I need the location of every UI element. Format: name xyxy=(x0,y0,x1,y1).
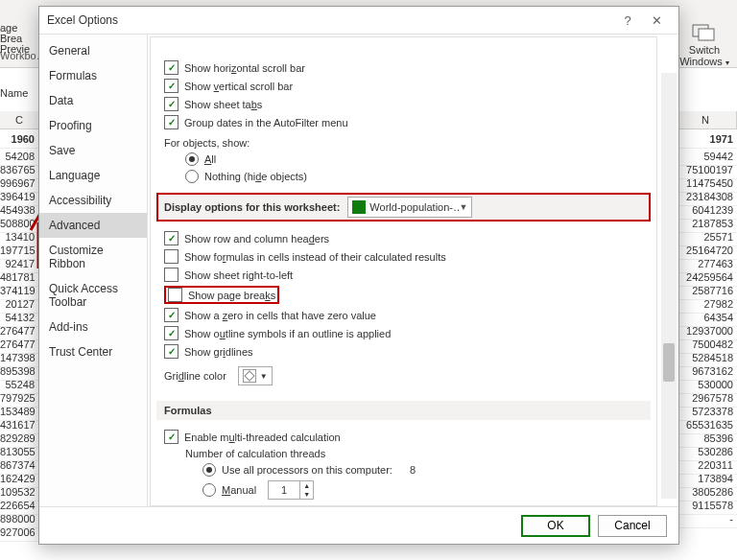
sidebar-item-trust-center[interactable]: Trust Center xyxy=(39,339,147,364)
label-objects-all: All xyxy=(204,153,216,165)
label-use-all: Use all processors on this computer: xyxy=(222,464,392,476)
label-num-threads: Number of calculation threads xyxy=(185,448,325,459)
label-multithreaded: Enable multi-threaded calculation xyxy=(184,432,341,443)
cancel-button[interactable]: Cancel xyxy=(598,515,667,537)
checkbox-multithreaded[interactable] xyxy=(164,430,178,444)
label-outline-symbols: Show outline symbols if an outline is ap… xyxy=(184,328,391,339)
label-horizontal-scroll: Show horizontal scroll bar xyxy=(184,62,305,74)
label-row-col-headers: Show row and column headers xyxy=(184,233,329,245)
section-display-worksheet-label: Display options for this worksheet: xyxy=(164,201,340,213)
chevron-down-icon: ▼ xyxy=(260,372,268,381)
switch-windows-label: Switch Windows ▾ xyxy=(678,44,731,69)
sidebar-item-accessibility[interactable]: Accessibility xyxy=(39,188,147,213)
radio-manual-threads[interactable] xyxy=(202,483,216,497)
label-manual: Manual xyxy=(222,484,256,496)
sidebar-item-data[interactable]: Data xyxy=(39,88,147,113)
section-formulas: Formulas xyxy=(156,401,651,420)
dialog-titlebar: Excel Options ? ✕ xyxy=(39,7,678,35)
checkbox-sheet-rtl[interactable] xyxy=(164,268,178,282)
dialog-title: Excel Options xyxy=(47,13,613,27)
manual-thread-value: 1 xyxy=(269,484,299,496)
label-show-formulas: Show formulas in cells instead of their … xyxy=(184,251,446,263)
sidebar-item-advanced[interactable]: Advanced xyxy=(39,213,147,238)
cell-n-27[interactable]: - xyxy=(676,510,737,528)
spinner-down-icon[interactable]: ▼ xyxy=(299,490,313,499)
checkbox-row-col-headers[interactable] xyxy=(164,231,178,245)
excel-options-dialog: Excel Options ? ✕ General Formulas Data … xyxy=(38,6,679,545)
color-swatch xyxy=(243,369,256,383)
gridline-color-dropdown[interactable]: ▼ xyxy=(238,366,273,385)
chevron-down-icon: ▼ xyxy=(459,202,467,212)
help-button[interactable]: ? xyxy=(613,13,642,28)
cell-year-right[interactable]: 1971 xyxy=(676,130,737,149)
checkbox-sheet-tabs[interactable] xyxy=(164,97,178,111)
column-header-c[interactable]: C xyxy=(0,111,39,129)
checkbox-outline-symbols[interactable] xyxy=(164,326,178,340)
label-show-zero: Show a zero in cells that have zero valu… xyxy=(184,310,376,321)
spinner-up-icon[interactable]: ▲ xyxy=(299,481,313,490)
worksheet-dropdown-value: World-population-… xyxy=(366,201,459,213)
label-gridlines: Show gridlines xyxy=(184,346,253,358)
checkbox-group-dates[interactable] xyxy=(164,115,178,129)
switch-windows-button[interactable]: Switch Windows ▾ xyxy=(678,23,731,69)
switch-windows-icon xyxy=(691,23,718,42)
label-sheet-rtl: Show sheet right-to-left xyxy=(184,269,293,281)
checkbox-gridlines[interactable] xyxy=(164,344,178,359)
column-header-n[interactable]: N xyxy=(675,111,737,129)
sidebar-item-save[interactable]: Save xyxy=(39,138,147,163)
checkbox-horizontal-scroll[interactable] xyxy=(164,60,178,75)
label-page-breaks: Show page breaks xyxy=(188,290,275,301)
name-box-label: Name xyxy=(0,87,28,99)
checkbox-vertical-scroll[interactable] xyxy=(164,79,178,93)
sidebar-item-language[interactable]: Language xyxy=(39,163,147,188)
worksheet-dropdown[interactable]: World-population-… ▼ xyxy=(347,197,472,218)
sidebar-item-customize-ribbon[interactable]: Customize Ribbon xyxy=(39,238,147,276)
label-group-dates: Group dates in the AutoFilter menu xyxy=(184,117,348,128)
sidebar-item-general[interactable]: General xyxy=(39,38,147,63)
close-button[interactable]: ✕ xyxy=(642,13,671,28)
sidebar-item-proofing[interactable]: Proofing xyxy=(39,113,147,138)
checkbox-show-zero[interactable] xyxy=(164,308,178,322)
radio-objects-all[interactable] xyxy=(185,152,199,166)
checkbox-page-breaks[interactable] xyxy=(168,288,182,302)
label-objects-nothing: Nothing (hide objects) xyxy=(204,171,307,182)
label-sheet-tabs: Show sheet tabs xyxy=(184,99,262,110)
dialog-footer: OK Cancel xyxy=(39,506,678,544)
name-box[interactable]: Name xyxy=(0,82,38,104)
manual-thread-spinner[interactable]: 1 ▲▼ xyxy=(268,480,314,500)
svg-rect-1 xyxy=(699,29,714,40)
sidebar-item-formulas[interactable]: Formulas xyxy=(39,63,147,88)
radio-objects-nothing[interactable] xyxy=(185,170,199,183)
radio-use-all-processors[interactable] xyxy=(202,463,216,477)
label-vertical-scroll: Show vertical scroll bar xyxy=(184,81,293,92)
processor-count: 8 xyxy=(410,464,416,476)
panel-scrollbar[interactable] xyxy=(661,73,677,499)
label-for-objects: For objects, show: xyxy=(164,137,250,149)
checkbox-show-formulas[interactable] xyxy=(164,249,178,264)
sidebar-item-quick-access-toolbar[interactable]: Quick Access Toolbar xyxy=(39,276,147,315)
scrollbar-thumb[interactable] xyxy=(663,343,675,382)
cell-year-left[interactable]: 1960 xyxy=(0,130,38,149)
sidebar-item-addins[interactable]: Add-ins xyxy=(39,315,147,339)
options-panel: Show horizontal scroll bar Show vertical… xyxy=(148,35,678,508)
section-display-worksheet: Display options for this worksheet: Worl… xyxy=(156,193,651,222)
worksheet-icon xyxy=(352,200,366,214)
label-gridline-color: Gridline color xyxy=(164,370,226,382)
options-sidebar: General Formulas Data Proofing Save Lang… xyxy=(39,35,148,508)
cell-c-28[interactable]: 927006 xyxy=(0,524,38,542)
ok-button[interactable]: OK xyxy=(521,515,590,537)
